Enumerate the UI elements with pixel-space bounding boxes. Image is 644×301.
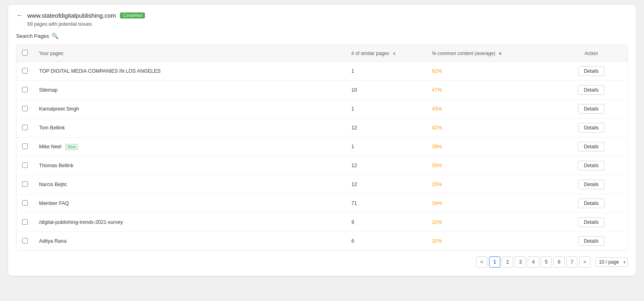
header: ← www.stateofdigitalpublishing.com Compl… xyxy=(16,11,628,20)
search-bar[interactable]: Search Pages 🔍 xyxy=(16,33,628,39)
page-btn-1[interactable]: 1 xyxy=(489,256,500,268)
row-checkbox-cell xyxy=(17,81,33,100)
page-btn-4[interactable]: 4 xyxy=(528,256,539,268)
row-checkbox-cell xyxy=(17,213,33,232)
row-checkbox-9[interactable] xyxy=(22,219,28,225)
row-checkbox-7[interactable] xyxy=(22,181,28,187)
row-action-cell: Details xyxy=(555,156,627,175)
header-checkbox-cell xyxy=(17,45,33,62)
row-action-cell: Details xyxy=(555,232,627,251)
details-button-7[interactable]: Details xyxy=(578,180,605,189)
details-button-4[interactable]: Details xyxy=(578,123,605,133)
pagination: < 1 2 3 4 5 6 7 > 10 / page 20 / page 50… xyxy=(16,256,628,268)
row-similar-count: 12 xyxy=(346,119,426,137)
details-button-1[interactable]: Details xyxy=(578,66,605,76)
details-button-2[interactable]: Details xyxy=(578,85,605,95)
row-similar-count: 12 xyxy=(346,175,426,194)
row-checkbox-5[interactable] xyxy=(22,143,28,149)
row-similar-count: 6 xyxy=(346,232,426,251)
row-similar-count: 1 xyxy=(346,137,426,156)
back-button[interactable]: ← xyxy=(16,11,23,20)
row-action-cell: Details xyxy=(555,62,627,81)
page-btn-5[interactable]: 5 xyxy=(541,256,552,268)
row-action-cell: Details xyxy=(555,194,627,213)
details-button-6[interactable]: Details xyxy=(578,161,605,170)
table-row: Kamalpreet Singh 1 43% Details xyxy=(17,100,627,119)
row-page-name: Thomas Bellink xyxy=(33,156,346,175)
page-btn-2[interactable]: 2 xyxy=(502,256,513,268)
header-your-pages: Your pages xyxy=(33,45,346,62)
row-action-cell: Details xyxy=(555,81,627,100)
row-checkbox-cell xyxy=(17,100,33,119)
row-similar-count: 1 xyxy=(346,62,426,81)
table-row: Mike Neel New 1 38% Details xyxy=(17,137,627,156)
row-similar-count: 10 xyxy=(346,81,426,100)
table-body: TOP DIGITAL MEDIA COMPANIES IN LOS ANGEL… xyxy=(17,62,627,251)
prev-page-button[interactable]: < xyxy=(476,256,487,268)
page-btn-7[interactable]: 7 xyxy=(566,256,578,268)
row-checkbox-cell xyxy=(17,62,33,81)
header-common-content[interactable]: % common content (average) ▼ xyxy=(426,45,555,62)
row-checkbox-6[interactable] xyxy=(22,162,28,168)
row-checkbox-2[interactable] xyxy=(22,87,28,92)
row-action-cell: Details xyxy=(555,137,627,156)
row-checkbox-1[interactable] xyxy=(22,68,28,74)
row-page-name: Member FAQ xyxy=(33,194,346,213)
details-button-9[interactable]: Details xyxy=(578,217,605,227)
table-row: Member FAQ 71 34% Details xyxy=(17,194,627,213)
row-similar-count: 12 xyxy=(346,156,426,175)
row-checkbox-cell xyxy=(17,194,33,213)
common-sort-arrow: ▼ xyxy=(498,51,502,56)
page-btn-6[interactable]: 6 xyxy=(553,256,565,268)
row-checkbox-10[interactable] xyxy=(22,238,28,244)
row-common-pct: 34% xyxy=(426,194,555,213)
select-all-checkbox[interactable] xyxy=(22,50,28,55)
row-checkbox-cell xyxy=(17,175,33,194)
page-wrapper: ← www.stateofdigitalpublishing.com Compl… xyxy=(8,5,636,276)
row-action-cell: Details xyxy=(555,119,627,137)
row-checkbox-cell xyxy=(17,137,33,156)
row-similar-count: 1 xyxy=(346,100,426,119)
details-button-10[interactable]: Details xyxy=(578,236,605,246)
row-common-pct: 92% xyxy=(426,62,555,81)
header-action: Action xyxy=(555,45,627,62)
row-page-name: Tom Bellink xyxy=(33,119,346,137)
details-button-3[interactable]: Details xyxy=(578,104,605,114)
table-row: Aditya Rana 6 32% Details xyxy=(17,232,627,251)
table-header-row: Your pages # of similar pages ▼ % common… xyxy=(17,45,627,62)
page-btn-3[interactable]: 3 xyxy=(515,256,526,268)
similar-sort-arrow: ▼ xyxy=(392,51,396,56)
status-badge: Completed xyxy=(120,12,145,18)
row-page-name: Narcis Bejtic xyxy=(33,175,346,194)
row-common-pct: 42% xyxy=(426,119,555,137)
table-row: TOP DIGITAL MEDIA COMPANIES IN LOS ANGEL… xyxy=(17,62,627,81)
table-container: Your pages # of similar pages ▼ % common… xyxy=(16,45,628,251)
row-common-pct: 38% xyxy=(426,137,555,156)
row-similar-count: 9 xyxy=(346,213,426,232)
row-checkbox-4[interactable] xyxy=(22,125,28,130)
table-row: Thomas Bellink 12 35% Details xyxy=(17,156,627,175)
header-similar-pages[interactable]: # of similar pages ▼ xyxy=(346,45,426,62)
subtitle: 69 pages with potential issues xyxy=(27,21,628,27)
row-similar-count: 71 xyxy=(346,194,426,213)
details-button-8[interactable]: Details xyxy=(578,199,605,208)
table-row: Narcis Bejtic 12 35% Details xyxy=(17,175,627,194)
row-page-name: Aditya Rana xyxy=(33,232,346,251)
per-page-select[interactable]: 10 / page 20 / page 50 / page xyxy=(595,257,628,267)
pages-table: Your pages # of similar pages ▼ % common… xyxy=(17,45,627,250)
row-action-cell: Details xyxy=(555,213,627,232)
search-icon: 🔍 xyxy=(52,33,58,39)
row-checkbox-3[interactable] xyxy=(22,106,28,111)
row-checkbox-cell xyxy=(17,156,33,175)
row-common-pct: 43% xyxy=(426,100,555,119)
row-checkbox-cell xyxy=(17,119,33,137)
row-common-pct: 32% xyxy=(426,232,555,251)
row-action-cell: Details xyxy=(555,175,627,194)
row-checkbox-8[interactable] xyxy=(22,200,28,206)
per-page-wrapper: 10 / page 20 / page 50 / page xyxy=(592,257,628,267)
next-page-button[interactable]: > xyxy=(579,256,590,268)
details-button-5[interactable]: Details xyxy=(578,142,605,152)
row-action-cell: Details xyxy=(555,100,627,119)
row-checkbox-cell xyxy=(17,232,33,251)
row-common-pct: 47% xyxy=(426,81,555,100)
